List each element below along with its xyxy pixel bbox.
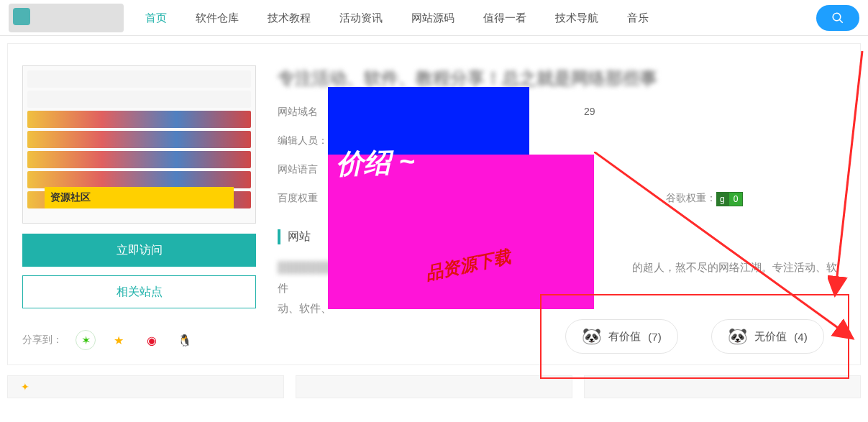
- vote-valuable-count: (7): [648, 331, 661, 343]
- meta-lang-label: 网站语言: [278, 163, 318, 176]
- search-icon: [831, 12, 844, 24]
- meta-domain-label: 网站域名: [278, 106, 318, 119]
- panda-slap-icon: 🐼: [728, 327, 747, 346]
- related-sites-button[interactable]: 相关站点: [22, 275, 256, 308]
- share-qzone-icon[interactable]: ★: [109, 330, 129, 350]
- meta-editor-label: 编辑人员：: [278, 134, 328, 147]
- right-column: 专注活动、软件、教程分享！总之就是网络那些事 网站域名 29 编辑人员： 管理员…: [278, 65, 846, 350]
- main-nav: 首页 软件仓库 技术教程 活动资讯 网站源码 值得一看 技术导航 音乐: [131, 0, 816, 36]
- header-nav: 首页 软件仓库 技术教程 活动资讯 网站源码 值得一看 技术导航 音乐: [0, 0, 868, 36]
- nav-software[interactable]: 软件仓库: [181, 0, 253, 36]
- nav-worth[interactable]: 值得一看: [469, 0, 541, 36]
- star-icon: ✦: [21, 381, 29, 393]
- panda-happy-icon: 🐼: [582, 327, 601, 346]
- nav-tutorial[interactable]: 技术教程: [253, 0, 325, 36]
- search-button[interactable]: [816, 5, 859, 31]
- nav-music[interactable]: 音乐: [613, 0, 663, 36]
- share-row: 分享到： ✶ ★ ◉ 🐧: [22, 330, 256, 350]
- google-pr-badge: g0: [716, 192, 743, 206]
- nav-activity[interactable]: 活动资讯: [325, 0, 397, 36]
- vote-valuable-label: 有价值: [608, 330, 641, 344]
- site-thumbnail: 资源社区: [22, 65, 256, 224]
- meta-time-suffix: 29: [584, 106, 595, 119]
- share-wechat-icon[interactable]: ✶: [76, 330, 96, 350]
- bottom-card-mid[interactable]: [296, 375, 572, 398]
- main-container: 资源社区 立即访问 相关站点 分享到： ✶ ★ ◉ 🐧 专注活动、软件、教程分享…: [7, 43, 861, 365]
- nav-home[interactable]: 首页: [131, 0, 181, 36]
- left-column: 资源社区 立即访问 相关站点 分享到： ✶ ★ ◉ 🐧: [22, 65, 256, 350]
- site-logo[interactable]: [9, 4, 124, 32]
- vote-valuable-button[interactable]: 🐼 有价值 (7): [565, 319, 677, 354]
- meta-baidu-label: 百度权重: [278, 192, 318, 206]
- vote-worthless-count: (4): [794, 331, 807, 343]
- vote-worthless-button[interactable]: 🐼 无价值 (4): [711, 319, 823, 354]
- bottom-card-left[interactable]: ✦: [7, 375, 284, 398]
- share-weibo-icon[interactable]: ◉: [142, 330, 162, 350]
- share-qq-icon[interactable]: 🐧: [175, 330, 195, 350]
- visit-button[interactable]: 立即访问: [22, 234, 256, 267]
- annotation-text-white: 价绍 ~: [336, 143, 415, 183]
- nav-source[interactable]: 网站源码: [397, 0, 469, 36]
- vote-worthless-label: 无价值: [754, 330, 787, 344]
- nav-techindex[interactable]: 技术导航: [541, 0, 613, 36]
- thumbnail-banner: 资源社区: [45, 187, 234, 208]
- share-label: 分享到：: [22, 334, 63, 347]
- vote-box: 🐼 有价值 (7) 🐼 无价值 (4): [540, 294, 849, 379]
- meta-google-label: 谷歌权重：: [666, 192, 716, 206]
